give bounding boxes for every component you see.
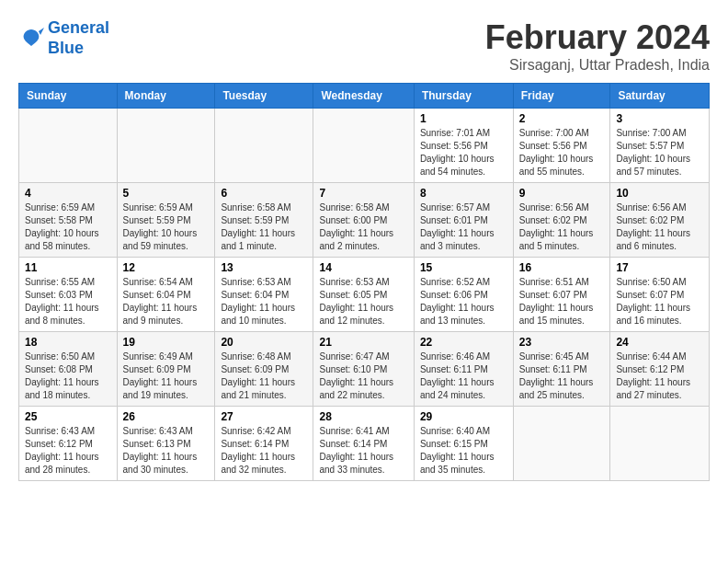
calendar-week-4: 18Sunrise: 6:50 AM Sunset: 6:08 PM Dayli… xyxy=(19,332,710,407)
day-info: Sunrise: 7:00 AM Sunset: 5:57 PM Dayligh… xyxy=(616,127,703,178)
day-info: Sunrise: 7:01 AM Sunset: 5:56 PM Dayligh… xyxy=(420,127,507,178)
title-section: February 2024 Sirsaganj, Uttar Pradesh, … xyxy=(485,18,710,74)
day-info: Sunrise: 6:56 AM Sunset: 6:02 PM Dayligh… xyxy=(616,201,703,253)
day-info: Sunrise: 6:42 AM Sunset: 6:14 PM Dayligh… xyxy=(221,425,307,477)
day-info: Sunrise: 6:53 AM Sunset: 6:04 PM Dayligh… xyxy=(221,276,307,327)
day-number: 24 xyxy=(616,336,703,349)
day-info: Sunrise: 6:45 AM Sunset: 6:11 PM Dayligh… xyxy=(519,350,605,402)
day-info: Sunrise: 6:58 AM Sunset: 6:00 PM Dayligh… xyxy=(319,201,407,253)
day-number: 18 xyxy=(25,336,111,349)
calendar-cell: 9Sunrise: 6:56 AM Sunset: 6:02 PM Daylig… xyxy=(513,183,610,258)
calendar-week-3: 11Sunrise: 6:55 AM Sunset: 6:03 PM Dayli… xyxy=(19,258,710,332)
day-number: 4 xyxy=(25,187,111,200)
day-info: Sunrise: 7:00 AM Sunset: 5:56 PM Dayligh… xyxy=(519,127,605,178)
calendar-cell: 14Sunrise: 6:53 AM Sunset: 6:05 PM Dayli… xyxy=(313,258,414,332)
calendar-cell: 12Sunrise: 6:54 AM Sunset: 6:04 PM Dayli… xyxy=(117,258,215,332)
day-number: 26 xyxy=(123,410,210,423)
day-info: Sunrise: 6:59 AM Sunset: 5:58 PM Dayligh… xyxy=(25,201,111,253)
page-header: General Blue February 2024 Sirsaganj, Ut… xyxy=(18,18,710,74)
calendar-cell: 25Sunrise: 6:43 AM Sunset: 6:12 PM Dayli… xyxy=(19,407,118,481)
calendar-cell: 26Sunrise: 6:43 AM Sunset: 6:13 PM Dayli… xyxy=(117,407,215,481)
day-number: 5 xyxy=(123,187,210,200)
day-number: 17 xyxy=(616,261,703,274)
day-number: 7 xyxy=(319,187,407,200)
day-info: Sunrise: 6:46 AM Sunset: 6:11 PM Dayligh… xyxy=(420,350,507,402)
calendar-cell: 15Sunrise: 6:52 AM Sunset: 6:06 PM Dayli… xyxy=(414,258,513,332)
day-info: Sunrise: 6:50 AM Sunset: 6:08 PM Dayligh… xyxy=(25,350,111,402)
day-number: 12 xyxy=(123,261,210,274)
calendar-header-row: Sunday Monday Tuesday Wednesday Thursday… xyxy=(19,84,710,109)
day-number: 21 xyxy=(319,336,407,349)
calendar-cell: 29Sunrise: 6:40 AM Sunset: 6:15 PM Dayli… xyxy=(414,407,513,481)
header-wednesday: Wednesday xyxy=(313,84,414,109)
day-info: Sunrise: 6:53 AM Sunset: 6:05 PM Dayligh… xyxy=(319,276,407,327)
calendar-body: 1Sunrise: 7:01 AM Sunset: 5:56 PM Daylig… xyxy=(19,109,710,481)
logo-text: General Blue xyxy=(48,18,109,58)
day-info: Sunrise: 6:43 AM Sunset: 6:13 PM Dayligh… xyxy=(123,425,210,477)
day-info: Sunrise: 6:40 AM Sunset: 6:15 PM Dayligh… xyxy=(420,425,507,477)
day-number: 25 xyxy=(25,410,111,423)
calendar-cell: 20Sunrise: 6:48 AM Sunset: 6:09 PM Dayli… xyxy=(215,332,313,407)
day-info: Sunrise: 6:55 AM Sunset: 6:03 PM Dayligh… xyxy=(25,276,111,327)
logo-icon xyxy=(18,26,44,52)
day-info: Sunrise: 6:52 AM Sunset: 6:06 PM Dayligh… xyxy=(420,276,507,327)
location: Sirsaganj, Uttar Pradesh, India xyxy=(485,57,710,74)
calendar-cell xyxy=(513,407,610,481)
day-number: 3 xyxy=(616,112,703,125)
calendar-week-2: 4Sunrise: 6:59 AM Sunset: 5:58 PM Daylig… xyxy=(19,183,710,258)
calendar-cell xyxy=(610,407,710,481)
calendar-cell xyxy=(313,109,414,183)
day-number: 29 xyxy=(420,410,507,423)
logo: General Blue xyxy=(18,18,109,58)
day-number: 11 xyxy=(25,261,111,274)
calendar-cell: 28Sunrise: 6:41 AM Sunset: 6:14 PM Dayli… xyxy=(313,407,414,481)
calendar-cell: 3Sunrise: 7:00 AM Sunset: 5:57 PM Daylig… xyxy=(610,109,710,183)
day-info: Sunrise: 6:47 AM Sunset: 6:10 PM Dayligh… xyxy=(319,350,407,402)
day-info: Sunrise: 6:59 AM Sunset: 5:59 PM Dayligh… xyxy=(123,201,210,253)
day-info: Sunrise: 6:57 AM Sunset: 6:01 PM Dayligh… xyxy=(420,201,507,253)
calendar-cell: 22Sunrise: 6:46 AM Sunset: 6:11 PM Dayli… xyxy=(414,332,513,407)
month-title: February 2024 xyxy=(485,18,710,57)
header-sunday: Sunday xyxy=(19,84,118,109)
day-number: 15 xyxy=(420,261,507,274)
calendar-cell: 8Sunrise: 6:57 AM Sunset: 6:01 PM Daylig… xyxy=(414,183,513,258)
calendar-cell: 11Sunrise: 6:55 AM Sunset: 6:03 PM Dayli… xyxy=(19,258,118,332)
day-number: 19 xyxy=(123,336,210,349)
calendar-cell: 5Sunrise: 6:59 AM Sunset: 5:59 PM Daylig… xyxy=(117,183,215,258)
day-number: 2 xyxy=(519,112,605,125)
day-number: 8 xyxy=(420,187,507,200)
header-thursday: Thursday xyxy=(414,84,513,109)
day-info: Sunrise: 6:44 AM Sunset: 6:12 PM Dayligh… xyxy=(616,350,703,402)
header-saturday: Saturday xyxy=(610,84,710,109)
day-info: Sunrise: 6:58 AM Sunset: 5:59 PM Dayligh… xyxy=(221,201,307,253)
calendar-cell: 7Sunrise: 6:58 AM Sunset: 6:00 PM Daylig… xyxy=(313,183,414,258)
calendar-cell: 6Sunrise: 6:58 AM Sunset: 5:59 PM Daylig… xyxy=(215,183,313,258)
day-number: 6 xyxy=(221,187,307,200)
day-info: Sunrise: 6:41 AM Sunset: 6:14 PM Dayligh… xyxy=(319,425,407,477)
calendar-cell: 17Sunrise: 6:50 AM Sunset: 6:07 PM Dayli… xyxy=(610,258,710,332)
day-number: 10 xyxy=(616,187,703,200)
day-number: 16 xyxy=(519,261,605,274)
calendar-cell: 19Sunrise: 6:49 AM Sunset: 6:09 PM Dayli… xyxy=(117,332,215,407)
header-friday: Friday xyxy=(513,84,610,109)
calendar-cell: 23Sunrise: 6:45 AM Sunset: 6:11 PM Dayli… xyxy=(513,332,610,407)
calendar-cell: 13Sunrise: 6:53 AM Sunset: 6:04 PM Dayli… xyxy=(215,258,313,332)
day-info: Sunrise: 6:48 AM Sunset: 6:09 PM Dayligh… xyxy=(221,350,307,402)
day-info: Sunrise: 6:56 AM Sunset: 6:02 PM Dayligh… xyxy=(519,201,605,253)
day-number: 23 xyxy=(519,336,605,349)
day-number: 28 xyxy=(319,410,407,423)
calendar-cell: 1Sunrise: 7:01 AM Sunset: 5:56 PM Daylig… xyxy=(414,109,513,183)
day-number: 1 xyxy=(420,112,507,125)
calendar-cell xyxy=(215,109,313,183)
calendar-cell: 10Sunrise: 6:56 AM Sunset: 6:02 PM Dayli… xyxy=(610,183,710,258)
calendar-cell: 24Sunrise: 6:44 AM Sunset: 6:12 PM Dayli… xyxy=(610,332,710,407)
calendar-cell: 4Sunrise: 6:59 AM Sunset: 5:58 PM Daylig… xyxy=(19,183,118,258)
calendar-cell: 16Sunrise: 6:51 AM Sunset: 6:07 PM Dayli… xyxy=(513,258,610,332)
day-info: Sunrise: 6:54 AM Sunset: 6:04 PM Dayligh… xyxy=(123,276,210,327)
calendar-cell xyxy=(19,109,118,183)
calendar-week-1: 1Sunrise: 7:01 AM Sunset: 5:56 PM Daylig… xyxy=(19,109,710,183)
day-number: 13 xyxy=(221,261,307,274)
header-monday: Monday xyxy=(117,84,215,109)
day-number: 22 xyxy=(420,336,507,349)
day-info: Sunrise: 6:43 AM Sunset: 6:12 PM Dayligh… xyxy=(25,425,111,477)
